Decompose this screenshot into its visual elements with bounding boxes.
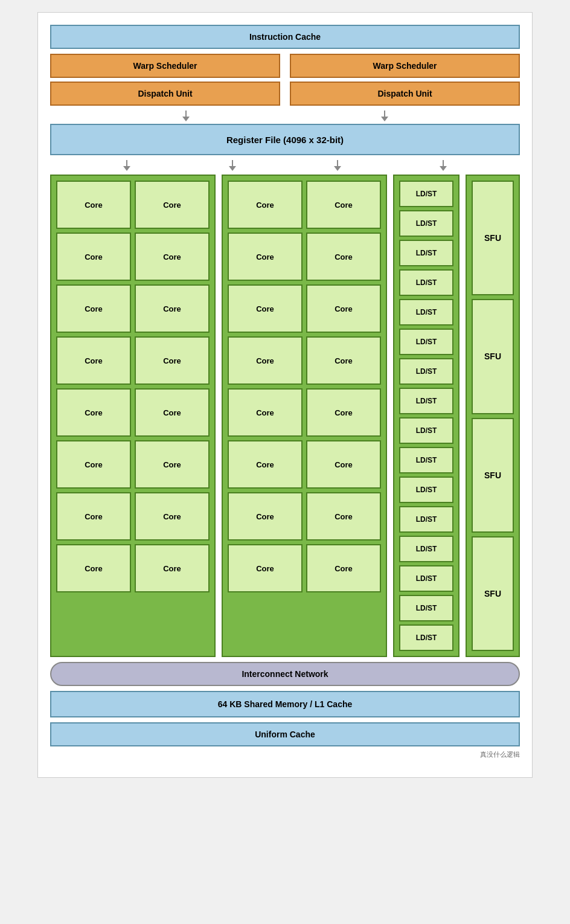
- ldst-cell-7: LD/ST: [399, 358, 453, 385]
- instruction-cache: Instruction Cache: [50, 25, 520, 49]
- ldst-cell-11: LD/ST: [399, 476, 453, 503]
- core-cell: Core: [135, 388, 210, 437]
- core-row-2-1: Core Core: [228, 181, 381, 229]
- shared-memory: 64 KB Shared Memory / L1 Cache: [50, 691, 520, 717]
- core-cell: Core: [56, 492, 131, 541]
- ldst-cell-2: LD/ST: [399, 210, 453, 237]
- core-cell: Core: [135, 440, 210, 489]
- warp-scheduler-row: Warp Scheduler Warp Scheduler: [50, 54, 520, 78]
- core-row-1-3: Core Core: [56, 284, 210, 333]
- ldst-cell-3: LD/ST: [399, 240, 453, 266]
- core-cell: Core: [228, 544, 303, 592]
- arrow-1: [181, 111, 191, 121]
- arrows-to-units: [50, 160, 520, 171]
- sfu-cell-4: SFU: [472, 536, 514, 651]
- core-row-1-6: Core Core: [56, 440, 210, 489]
- core-row-2-8: Core Core: [228, 544, 381, 592]
- core-cell: Core: [56, 284, 131, 333]
- ldst-cell-6: LD/ST: [399, 329, 453, 355]
- ldst-panel: LD/ST LD/ST LD/ST LD/ST LD/ST LD/ST LD/S…: [393, 175, 460, 657]
- core-cell: Core: [306, 544, 381, 592]
- core-cell: Core: [135, 544, 210, 592]
- arrows-to-register: [50, 111, 520, 121]
- dispatch-unit-2: Dispatch Unit: [290, 82, 520, 106]
- core-cell: Core: [56, 544, 131, 592]
- core-cell: Core: [135, 181, 210, 229]
- core-cell: Core: [56, 440, 131, 489]
- core-row-2-7: Core Core: [228, 492, 381, 541]
- warp-scheduler-2: Warp Scheduler: [290, 54, 520, 78]
- core-row-1-8: Core Core: [56, 544, 210, 592]
- sfu-cell-3: SFU: [472, 418, 514, 533]
- sfu-panel: SFU SFU SFU SFU: [466, 175, 520, 657]
- core-cell: Core: [228, 336, 303, 385]
- warp-scheduler-1: Warp Scheduler: [50, 54, 280, 78]
- core-cell: Core: [228, 233, 303, 281]
- core-cell: Core: [228, 388, 303, 437]
- core-panel-2: Core Core Core Core Core Core Core Core …: [222, 175, 387, 657]
- units-row: Core Core Core Core Core Core Core Core …: [50, 175, 520, 657]
- ldst-cell-12: LD/ST: [399, 506, 453, 533]
- register-file: Register File (4096 x 32-bit): [50, 124, 520, 155]
- core-cell: Core: [228, 440, 303, 489]
- ldst-cell-8: LD/ST: [399, 388, 453, 414]
- core-row-2-5: Core Core: [228, 388, 381, 437]
- core-cell: Core: [56, 233, 131, 281]
- ldst-cell-5: LD/ST: [399, 299, 453, 326]
- watermark: 真没什么逻辑: [50, 750, 520, 759]
- core-row-1-2: Core Core: [56, 233, 210, 281]
- ldst-cell-14: LD/ST: [399, 565, 453, 592]
- core-panel-1: Core Core Core Core Core Core Core Core …: [50, 175, 216, 657]
- sfu-cell-1: SFU: [472, 181, 514, 295]
- ldst-cell-10: LD/ST: [399, 447, 453, 473]
- core-cell: Core: [306, 233, 381, 281]
- arrow-6: [438, 160, 448, 171]
- sfu-cell-2: SFU: [472, 299, 514, 414]
- core-cell: Core: [228, 492, 303, 541]
- core-cell: Core: [135, 492, 210, 541]
- ldst-cell-15: LD/ST: [399, 595, 453, 621]
- uniform-cache: Uniform Cache: [50, 722, 520, 746]
- core-cell: Core: [306, 440, 381, 489]
- core-row-1-5: Core Core: [56, 388, 210, 437]
- interconnect-network: Interconnect Network: [50, 662, 520, 686]
- core-cell: Core: [228, 181, 303, 229]
- ldst-cell-4: LD/ST: [399, 269, 453, 296]
- diagram-container: Instruction Cache Warp Scheduler Warp Sc…: [37, 12, 533, 778]
- ldst-cell-1: LD/ST: [399, 181, 453, 207]
- core-cell: Core: [306, 336, 381, 385]
- core-row-1-7: Core Core: [56, 492, 210, 541]
- core-cell: Core: [135, 233, 210, 281]
- core-cell: Core: [306, 388, 381, 437]
- arrow-2: [380, 111, 389, 121]
- core-row-2-6: Core Core: [228, 440, 381, 489]
- ldst-cell-16: LD/ST: [399, 624, 453, 651]
- core-row-1-4: Core Core: [56, 336, 210, 385]
- ldst-cell-9: LD/ST: [399, 417, 453, 444]
- core-row-1-1: Core Core: [56, 181, 210, 229]
- core-cell: Core: [56, 181, 131, 229]
- dispatch-unit-1: Dispatch Unit: [50, 82, 280, 106]
- core-cell: Core: [56, 388, 131, 437]
- core-row-2-4: Core Core: [228, 336, 381, 385]
- core-cell: Core: [306, 181, 381, 229]
- core-cell: Core: [306, 492, 381, 541]
- core-cell: Core: [135, 284, 210, 333]
- arrow-4: [228, 160, 237, 171]
- core-cell: Core: [306, 284, 381, 333]
- core-row-2-3: Core Core: [228, 284, 381, 333]
- core-row-2-2: Core Core: [228, 233, 381, 281]
- ldst-cell-13: LD/ST: [399, 536, 453, 562]
- core-cell: Core: [135, 336, 210, 385]
- arrow-5: [333, 160, 342, 171]
- dispatch-unit-row: Dispatch Unit Dispatch Unit: [50, 82, 520, 106]
- arrow-3: [122, 160, 132, 171]
- core-cell: Core: [56, 336, 131, 385]
- core-cell: Core: [228, 284, 303, 333]
